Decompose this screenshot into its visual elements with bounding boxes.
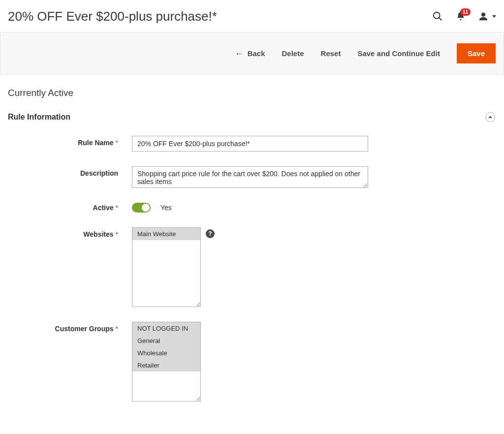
- search-icon[interactable]: [432, 11, 443, 22]
- chevron-up-icon: [488, 116, 492, 118]
- action-toolbar: ← Back Delete Reset Save and Continue Ed…: [0, 32, 504, 75]
- customer-groups-label: Customer Groups: [55, 325, 114, 333]
- svg-point-0: [434, 12, 440, 19]
- multiselect-option[interactable]: NOT LOGGED IN: [132, 322, 200, 335]
- save-button[interactable]: Save: [457, 43, 496, 63]
- delete-button[interactable]: Delete: [282, 49, 304, 58]
- arrow-left-icon: ←: [235, 49, 244, 58]
- rule-name-input[interactable]: [132, 136, 368, 152]
- status-text: Currently Active: [0, 75, 504, 103]
- svg-line-1: [439, 18, 442, 21]
- active-value: Yes: [160, 204, 172, 212]
- multiselect-option[interactable]: Main Website: [132, 228, 200, 240]
- user-icon: [478, 11, 488, 21]
- save-continue-button[interactable]: Save and Continue Edit: [357, 49, 440, 58]
- chevron-down-icon: [492, 15, 496, 18]
- description-input[interactable]: [132, 166, 368, 188]
- back-button[interactable]: ← Back: [235, 49, 265, 58]
- reset-button[interactable]: Reset: [321, 49, 341, 58]
- user-menu[interactable]: [478, 11, 496, 21]
- multiselect-option[interactable]: Wholesale: [132, 347, 200, 359]
- multiselect-option[interactable]: Retailer: [132, 359, 200, 372]
- websites-select[interactable]: Main Website: [132, 227, 201, 307]
- description-label: Description: [80, 169, 118, 177]
- multiselect-option[interactable]: General: [132, 335, 200, 347]
- svg-point-2: [481, 13, 485, 17]
- websites-label: Websites: [83, 230, 113, 238]
- notification-bell-icon[interactable]: 11: [456, 11, 466, 21]
- collapse-toggle[interactable]: [485, 112, 495, 122]
- active-toggle[interactable]: [132, 203, 151, 213]
- notification-badge: 11: [460, 8, 471, 16]
- customer-groups-select[interactable]: NOT LOGGED INGeneralWholesaleRetailer: [132, 322, 201, 402]
- rule-information-header[interactable]: Rule Information: [0, 103, 504, 131]
- page-title: 20% OFF Ever $200-plus purchase!*: [8, 9, 217, 24]
- active-label: Active: [93, 204, 114, 212]
- help-icon[interactable]: ?: [206, 229, 215, 238]
- rule-name-label: Rule Name: [78, 139, 113, 147]
- section-title: Rule Information: [8, 113, 70, 122]
